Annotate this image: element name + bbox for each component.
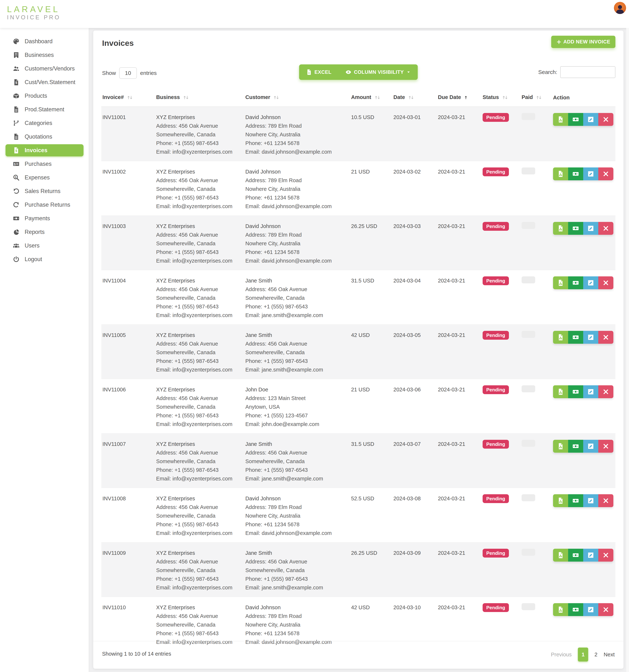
column-header-invoice[interactable]: Invoice# — [101, 91, 155, 107]
column-header-business[interactable]: Business — [155, 91, 244, 107]
delete-button[interactable] — [598, 440, 613, 453]
payment-button[interactable] — [568, 385, 583, 398]
sidebar-item-dashboard[interactable]: Dashboard — [5, 35, 83, 47]
scrollbar[interactable] — [626, 28, 629, 672]
payment-button[interactable] — [568, 494, 583, 507]
delete-button[interactable] — [598, 167, 613, 180]
sidebar-item-products[interactable]: Products — [5, 90, 83, 102]
payment-button[interactable] — [568, 167, 583, 180]
sidebar-item-categories[interactable]: Categories — [5, 117, 83, 129]
edit-button[interactable] — [583, 222, 598, 235]
delete-button[interactable] — [598, 222, 613, 235]
page-2[interactable]: 2 — [595, 652, 597, 658]
pdf-button[interactable] — [553, 222, 568, 235]
sidebar-item-users[interactable]: Users — [5, 240, 83, 252]
payment-button[interactable] — [568, 222, 583, 235]
paid-checkbox[interactable] — [522, 113, 535, 120]
edit-button[interactable] — [583, 331, 598, 344]
sidebar-item-payments[interactable]: Payments — [5, 212, 83, 224]
delete-button[interactable] — [598, 113, 613, 126]
sidebar-item-reports[interactable]: Reports — [5, 226, 83, 238]
column-visibility-button[interactable]: COLUMN VISIBILITY — [338, 65, 418, 80]
pdf-button[interactable] — [553, 603, 568, 616]
sidebar-item-logout[interactable]: Logout — [5, 253, 83, 265]
paid-checkbox[interactable] — [522, 549, 535, 556]
sidebar-item-label: Products — [25, 93, 47, 99]
business-name: XYZ Enterprises — [156, 385, 241, 394]
sidebar-item-invoices[interactable]: Invoices — [5, 144, 83, 157]
edit-button[interactable] — [583, 385, 598, 398]
pdf-button[interactable] — [553, 494, 568, 507]
column-header-status[interactable]: Status — [481, 91, 521, 107]
delete-button[interactable] — [598, 549, 613, 561]
paid-checkbox[interactable] — [522, 331, 535, 338]
logo-line1: LARAVEL — [7, 4, 60, 14]
sidebar-item-customers-vendors[interactable]: Customers/Vendors — [5, 63, 83, 75]
sidebar-item-purchase-returns[interactable]: Purchase Returns — [5, 199, 83, 211]
paid-checkbox[interactable] — [522, 440, 535, 447]
sidebar-item-prod-statement[interactable]: Prod.Statement — [5, 103, 83, 116]
paid-checkbox[interactable] — [522, 222, 535, 229]
sidebar-item-expenses[interactable]: Expenses — [5, 171, 83, 184]
page-next[interactable]: Next — [604, 652, 615, 658]
paid-checkbox[interactable] — [522, 494, 535, 501]
edit-button[interactable] — [583, 277, 598, 289]
column-header-paid[interactable]: Paid — [521, 91, 552, 107]
column-header-label: Due Date — [438, 94, 461, 100]
amount-cell: 31.5 USD — [350, 270, 392, 325]
payment-button[interactable] — [568, 603, 583, 616]
column-header-customer[interactable]: Customer — [244, 91, 350, 107]
pdf-button[interactable] — [553, 385, 568, 398]
edit-button[interactable] — [583, 440, 598, 453]
paid-checkbox[interactable] — [522, 385, 535, 392]
invoices-card: Invoices ADD NEW INVOICE Show 10 entries — [93, 30, 624, 669]
sidebar-item-quotations[interactable]: Quotations — [5, 130, 83, 143]
pdf-button[interactable] — [553, 167, 568, 180]
pdf-button[interactable] — [553, 277, 568, 289]
due-date-cell: 2024-03-21 — [437, 543, 481, 597]
page-1[interactable]: 1 — [578, 648, 588, 662]
user-avatar[interactable] — [614, 2, 626, 14]
page-previous[interactable]: Previous — [551, 652, 572, 658]
building-icon — [13, 52, 20, 58]
edit-button[interactable] — [583, 603, 598, 616]
payment-button[interactable] — [568, 277, 583, 289]
payment-button[interactable] — [568, 113, 583, 126]
edit-button[interactable] — [583, 113, 598, 126]
app-root: LARAVEL INVOICE PRO Dashboard Businesses… — [0, 0, 629, 672]
edit-button[interactable] — [583, 494, 598, 507]
action-button-group — [553, 549, 613, 561]
column-visibility-label: COLUMN VISIBILITY — [354, 69, 404, 75]
invoice-number-cell: INV11008 — [101, 488, 155, 543]
delete-button[interactable] — [598, 331, 613, 344]
pdf-button[interactable] — [553, 113, 568, 126]
column-header-date[interactable]: Date — [392, 91, 437, 107]
sidebar-item-businesses[interactable]: Businesses — [5, 49, 83, 61]
delete-button[interactable] — [598, 494, 613, 507]
sidebar-item-cust-ven-statement[interactable]: Cust/Ven.Statement — [5, 76, 83, 88]
delete-button[interactable] — [598, 603, 613, 616]
pdf-button[interactable] — [553, 440, 568, 453]
column-header-amount[interactable]: Amount — [350, 91, 392, 107]
delete-button[interactable] — [598, 385, 613, 398]
pdf-button[interactable] — [553, 331, 568, 344]
add-new-invoice-button[interactable]: ADD NEW INVOICE — [551, 36, 615, 48]
excel-export-button[interactable]: EXCEL — [299, 65, 338, 80]
paid-checkbox[interactable] — [522, 167, 535, 174]
payment-button[interactable] — [568, 331, 583, 344]
close-icon — [603, 334, 609, 341]
paid-checkbox[interactable] — [522, 277, 535, 283]
sidebar-item-purchases[interactable]: Purchases — [5, 158, 83, 170]
payment-button[interactable] — [568, 549, 583, 561]
payment-button[interactable] — [568, 440, 583, 453]
invoice-number-cell: INV11005 — [101, 325, 155, 379]
column-header-due-date[interactable]: Due Date — [437, 91, 481, 107]
edit-button[interactable] — [583, 167, 598, 180]
edit-button[interactable] — [583, 549, 598, 561]
sidebar-item-sales-returns[interactable]: Sales Returns — [5, 185, 83, 197]
entries-per-page-select[interactable]: 10 — [119, 67, 137, 79]
pdf-button[interactable] — [553, 549, 568, 561]
delete-button[interactable] — [598, 277, 613, 289]
search-input[interactable] — [560, 66, 615, 78]
paid-checkbox[interactable] — [522, 603, 535, 610]
